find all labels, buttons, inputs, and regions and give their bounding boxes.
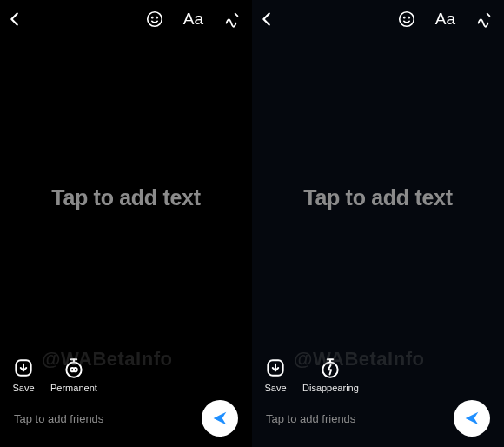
bolt-timer-icon: [319, 357, 342, 379]
action-row: Save Permanent: [0, 357, 252, 398]
canvas-placeholder: Tap to add text: [303, 185, 452, 210]
save-button[interactable]: Save: [12, 357, 35, 393]
footer-bar: Tap to add friends: [252, 398, 504, 447]
emoji-icon[interactable]: [145, 10, 164, 29]
add-friends-button[interactable]: Tap to add friends: [266, 412, 355, 425]
send-button[interactable]: [202, 400, 238, 437]
svg-point-5: [400, 12, 414, 27]
download-icon: [12, 357, 35, 379]
mode-label: Disappearing: [302, 383, 359, 393]
send-button[interactable]: [454, 400, 490, 437]
svg-point-1: [151, 17, 152, 18]
draw-tool-icon[interactable]: [222, 10, 242, 29]
infinity-timer-icon: [63, 357, 85, 379]
svg-point-2: [156, 17, 157, 18]
mode-button[interactable]: Disappearing: [302, 357, 359, 393]
footer-bar: Tap to add friends: [0, 398, 252, 447]
send-icon: [462, 409, 481, 428]
svg-point-7: [408, 17, 409, 18]
top-bar: Aa: [252, 0, 504, 38]
save-label: Save: [264, 383, 286, 393]
svg-point-0: [148, 12, 162, 27]
canvas-placeholder: Tap to add text: [51, 185, 200, 210]
save-label: Save: [12, 383, 34, 393]
mode-label: Permanent: [50, 383, 97, 393]
action-row: Save Disappearing: [252, 357, 504, 398]
download-icon: [264, 357, 287, 379]
save-button[interactable]: Save: [264, 357, 287, 393]
top-bar: Aa: [0, 0, 252, 38]
svg-point-6: [403, 17, 404, 18]
text-canvas[interactable]: Tap to add text: [0, 38, 252, 357]
back-icon[interactable]: [257, 10, 276, 29]
text-canvas[interactable]: Tap to add text: [252, 38, 504, 357]
send-icon: [210, 409, 229, 428]
text-tool-icon[interactable]: Aa: [183, 10, 203, 29]
draw-tool-icon[interactable]: [474, 10, 494, 29]
add-friends-button[interactable]: Tap to add friends: [14, 412, 103, 425]
back-icon[interactable]: [5, 10, 24, 29]
editor-pane-permanent: Aa Tap to add text @WABetaInfo Save: [0, 0, 252, 447]
text-tool-icon[interactable]: Aa: [435, 10, 455, 29]
emoji-icon[interactable]: [397, 10, 416, 29]
mode-button[interactable]: Permanent: [50, 357, 97, 393]
editor-pane-disappearing: Aa Tap to add text @WABetaInfo Save: [252, 0, 504, 447]
